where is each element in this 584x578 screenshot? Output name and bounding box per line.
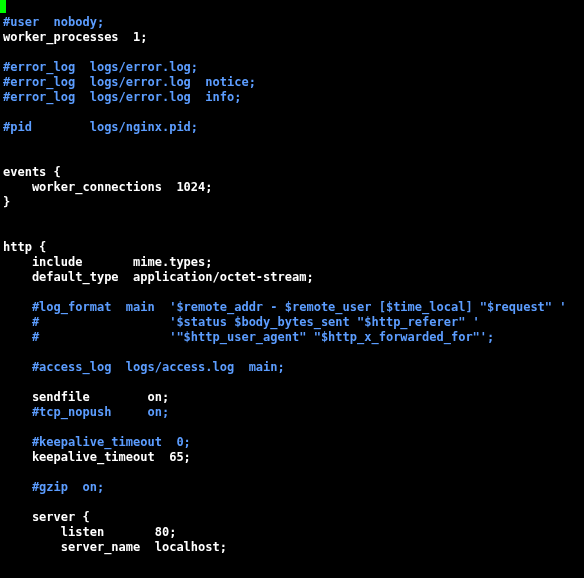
code-line <box>3 225 567 240</box>
code-line <box>3 45 567 60</box>
terminal-cursor <box>0 0 6 13</box>
config-editor[interactable]: #user nobody;worker_processes 1;#error_l… <box>3 15 567 570</box>
code-line <box>3 495 567 510</box>
code-line: #gzip on; <box>3 480 567 495</box>
code-line <box>3 345 567 360</box>
code-line: # '"$http_user_agent" "$http_x_forwarded… <box>3 330 567 345</box>
code-line <box>3 285 567 300</box>
code-line: default_type application/octet-stream; <box>3 270 567 285</box>
code-line: #error_log logs/error.log notice; <box>3 75 567 90</box>
code-line: #pid logs/nginx.pid; <box>3 120 567 135</box>
code-line <box>3 105 567 120</box>
code-line: #user nobody; <box>3 15 567 30</box>
code-line: #log_format main '$remote_addr - $remote… <box>3 300 567 315</box>
code-line: events { <box>3 165 567 180</box>
code-line <box>3 555 567 570</box>
code-line: worker_processes 1; <box>3 30 567 45</box>
code-line <box>3 375 567 390</box>
code-line: } <box>3 195 567 210</box>
code-line <box>3 150 567 165</box>
code-line: #keepalive_timeout 0; <box>3 435 567 450</box>
code-line: keepalive_timeout 65; <box>3 450 567 465</box>
code-line <box>3 135 567 150</box>
code-line <box>3 210 567 225</box>
code-line: worker_connections 1024; <box>3 180 567 195</box>
code-line: http { <box>3 240 567 255</box>
code-line <box>3 420 567 435</box>
code-line: # '$status $body_bytes_sent "$http_refer… <box>3 315 567 330</box>
code-line: #access_log logs/access.log main; <box>3 360 567 375</box>
code-line: include mime.types; <box>3 255 567 270</box>
code-line: server_name localhost; <box>3 540 567 555</box>
code-line: sendfile on; <box>3 390 567 405</box>
code-line <box>3 465 567 480</box>
code-line: listen 80; <box>3 525 567 540</box>
code-line: #error_log logs/error.log; <box>3 60 567 75</box>
code-line: server { <box>3 510 567 525</box>
code-line: #error_log logs/error.log info; <box>3 90 567 105</box>
code-line: #tcp_nopush on; <box>3 405 567 420</box>
